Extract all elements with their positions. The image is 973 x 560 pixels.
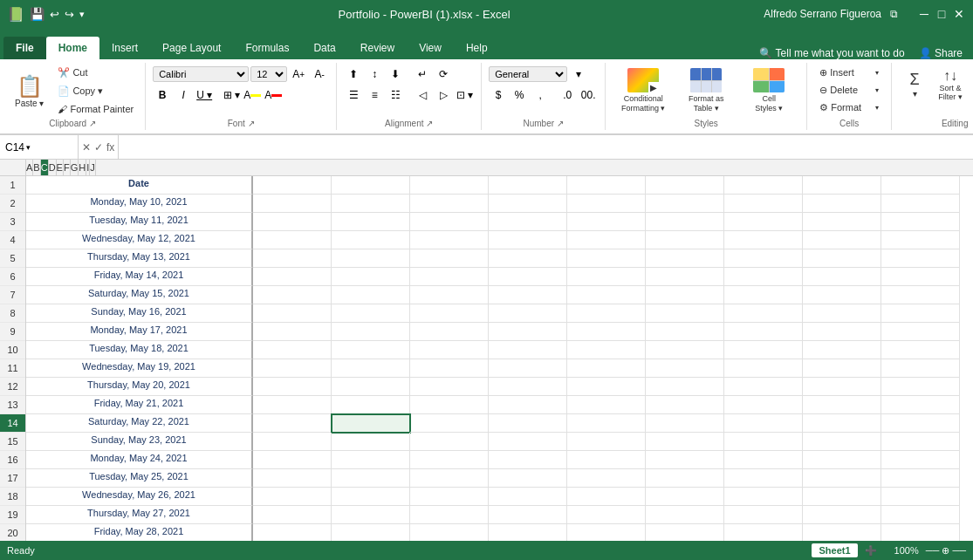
cell-f17[interactable] <box>567 469 646 488</box>
cell-j9[interactable] <box>881 323 960 341</box>
maximize-button[interactable]: □ <box>935 7 949 21</box>
save-icon[interactable]: 💾 <box>30 7 45 21</box>
decrease-indent-button[interactable]: ◁ <box>413 85 432 105</box>
cell-d4[interactable] <box>410 231 489 249</box>
cell-j10[interactable] <box>881 341 960 359</box>
font-color-button[interactable]: A <box>264 85 283 105</box>
bold-button[interactable]: B <box>153 85 172 105</box>
orientation-button[interactable]: ⟳ <box>434 65 453 84</box>
cell-g19[interactable] <box>646 506 724 524</box>
cell-a1[interactable]: Date <box>26 176 253 195</box>
row-num-4[interactable]: 4 <box>0 231 25 249</box>
restore-down-icon[interactable]: ⧉ <box>890 8 898 20</box>
cell-i7[interactable] <box>803 286 881 304</box>
cell-d5[interactable] <box>410 249 489 268</box>
cell-g20[interactable] <box>646 524 724 541</box>
cell-a12[interactable]: Thursday, May 20, 2021 <box>26 378 253 396</box>
cell-i13[interactable] <box>803 396 881 414</box>
tab-insert[interactable]: Insert <box>99 37 150 59</box>
cell-b2[interactable] <box>253 195 332 213</box>
cell-i10[interactable] <box>803 341 881 359</box>
cell-c17[interactable] <box>332 469 410 488</box>
cell-f10[interactable] <box>567 341 646 359</box>
cell-b16[interactable] <box>253 451 332 469</box>
cell-b9[interactable] <box>253 323 332 341</box>
cell-e17[interactable] <box>489 469 567 488</box>
cell-e2[interactable] <box>489 195 567 213</box>
cell-g14[interactable] <box>646 414 724 433</box>
cell-c11[interactable] <box>332 359 410 378</box>
cell-e4[interactable] <box>489 231 567 249</box>
cell-b3[interactable] <box>253 213 332 231</box>
cell-f16[interactable] <box>567 451 646 469</box>
cell-d8[interactable] <box>410 304 489 323</box>
percent-button[interactable]: % <box>510 85 529 105</box>
row-num-11[interactable]: 11 <box>0 359 25 378</box>
cell-styles-button[interactable]: CellStyles ▾ <box>738 65 799 117</box>
increase-font-button[interactable]: A+ <box>289 65 308 84</box>
cell-a2[interactable]: Monday, May 10, 2021 <box>26 195 253 213</box>
cell-i14[interactable] <box>803 414 881 433</box>
col-header-h[interactable]: H <box>79 160 86 175</box>
cell-f6[interactable] <box>567 268 646 286</box>
undo-icon[interactable]: ↩ <box>50 8 59 21</box>
cell-b15[interactable] <box>253 433 332 451</box>
formula-input[interactable] <box>119 141 973 154</box>
cell-h1[interactable] <box>724 176 803 195</box>
cell-a6[interactable]: Friday, May 14, 2021 <box>26 268 253 286</box>
minimize-button[interactable]: ─ <box>917 7 931 21</box>
font-size-select[interactable]: 12 <box>250 66 287 82</box>
cell-e1[interactable] <box>489 176 567 195</box>
row-num-6[interactable]: 6 <box>0 268 25 286</box>
cut-button[interactable]: ✂️ Cut <box>53 65 138 81</box>
row-num-10[interactable]: 10 <box>0 341 25 359</box>
cell-g11[interactable] <box>646 359 724 378</box>
cell-g12[interactable] <box>646 378 724 396</box>
cell-a17[interactable]: Tuesday, May 25, 2021 <box>26 469 253 488</box>
cell-b5[interactable] <box>253 249 332 268</box>
currency-button[interactable]: $ <box>489 85 508 105</box>
row-num-18[interactable]: 18 <box>0 488 25 506</box>
row-num-12[interactable]: 12 <box>0 378 25 396</box>
cell-b13[interactable] <box>253 396 332 414</box>
delete-cells-button[interactable]: ⊖ Delete▾ <box>814 82 884 99</box>
align-top-button[interactable]: ⬆ <box>344 65 363 84</box>
close-button[interactable]: ✕ <box>952 7 966 21</box>
italic-button[interactable]: I <box>174 85 193 105</box>
cell-h12[interactable] <box>724 378 803 396</box>
cell-i15[interactable] <box>803 433 881 451</box>
cell-j19[interactable] <box>881 506 960 524</box>
sheet-tab[interactable]: Sheet1 <box>812 543 857 557</box>
cell-d1[interactable] <box>410 176 489 195</box>
cell-f11[interactable] <box>567 359 646 378</box>
col-header-g[interactable]: G <box>71 160 79 175</box>
row-num-2[interactable]: 2 <box>0 195 25 213</box>
cell-j5[interactable] <box>881 249 960 268</box>
cell-h17[interactable] <box>724 469 803 488</box>
cell-c19[interactable] <box>332 506 410 524</box>
cell-e13[interactable] <box>489 396 567 414</box>
cell-d9[interactable] <box>410 323 489 341</box>
cell-c20[interactable] <box>332 524 410 541</box>
cell-h16[interactable] <box>724 451 803 469</box>
cell-h5[interactable] <box>724 249 803 268</box>
format-as-table-button[interactable]: Format asTable ▾ <box>675 65 737 117</box>
cell-c12[interactable] <box>332 378 410 396</box>
cell-ref-dropdown[interactable]: ▾ <box>26 143 31 152</box>
col-header-c[interactable]: C <box>41 160 49 175</box>
cell-g4[interactable] <box>646 231 724 249</box>
cell-i8[interactable] <box>803 304 881 323</box>
row-num-3[interactable]: 3 <box>0 213 25 231</box>
cell-b1[interactable] <box>253 176 332 195</box>
decrease-font-button[interactable]: A- <box>310 65 329 84</box>
cell-j17[interactable] <box>881 469 960 488</box>
cell-d16[interactable] <box>410 451 489 469</box>
cell-g5[interactable] <box>646 249 724 268</box>
cell-f5[interactable] <box>567 249 646 268</box>
cell-d10[interactable] <box>410 341 489 359</box>
cell-b18[interactable] <box>253 488 332 506</box>
cell-j2[interactable] <box>881 195 960 213</box>
decrease-decimal-button[interactable]: .0 <box>558 85 577 105</box>
cell-e15[interactable] <box>489 433 567 451</box>
cell-h18[interactable] <box>724 488 803 506</box>
